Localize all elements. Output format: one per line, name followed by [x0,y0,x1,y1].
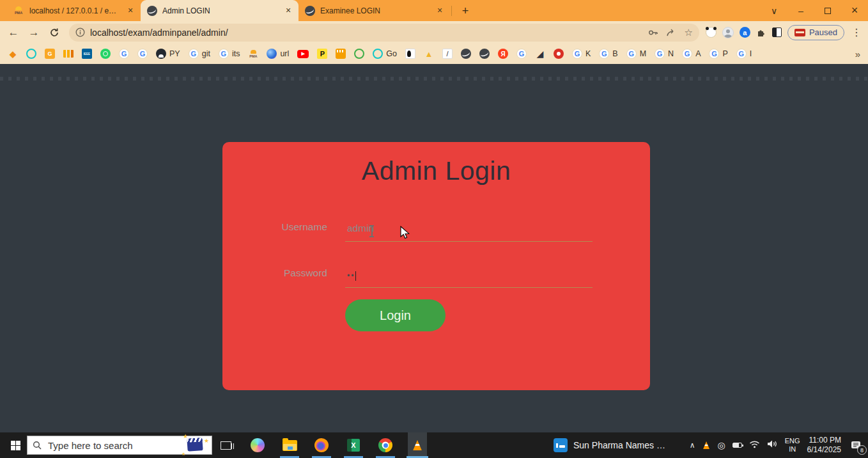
bookmark-pma[interactable]: PMA [248,49,258,59]
bookmarks-overflow-icon[interactable]: » [850,49,860,59]
bookmark-yandex[interactable]: Я [498,49,508,59]
taskbar-window-sun-pharma[interactable]: Sun Pharma Names K... [551,432,670,458]
contrast-extension-icon[interactable] [772,28,782,37]
minimize-button[interactable]: – [787,0,814,21]
extensions-puzzle-icon[interactable] [756,28,766,38]
tab-close-icon[interactable]: × [125,6,136,16]
bookmark-url-swirl[interactable]: url [267,49,289,59]
bookmark-google[interactable]: GK [572,49,591,59]
bookmark-google[interactable]: Gits [219,49,240,59]
search-highlight-icon[interactable]: ★ ★ ★ [185,436,206,454]
share-icon[interactable] [666,28,676,37]
url-text[interactable]: localhost/exam/adminpanel/admin/ [90,28,228,38]
bookmark-amber[interactable]: G [45,49,55,59]
bookmark-google[interactable]: GM [626,49,646,59]
capture-tray-icon[interactable]: ◎ [718,441,725,450]
address-bar[interactable]: localhost/exam/adminpanel/admin/ ☆ [69,24,699,42]
bookmark-movie[interactable] [336,49,346,59]
reload-button[interactable] [46,24,63,41]
tab-close-icon[interactable]: × [283,6,293,16]
taskbar-app-copilot[interactable] [248,432,267,458]
taskbar-app-explorer[interactable] [280,432,299,458]
bookmark-matlab[interactable]: ◢ [535,49,545,59]
reload-icon [49,28,59,38]
search-input[interactable] [47,439,180,452]
bookmark-youtube[interactable]: ▶ [297,50,309,58]
tab-close-icon[interactable]: × [435,6,445,16]
bookmark-label: A [695,49,701,58]
bookmark-google[interactable]: GI [736,49,752,59]
username-label: Username [251,221,327,233]
taskbar-app-excel[interactable]: X [344,432,363,458]
bookmark-google[interactable]: GN [655,49,674,59]
forward-button[interactable]: → [26,24,42,41]
bookmark-globe-dark[interactable] [479,49,490,59]
back-button[interactable]: ← [5,24,22,41]
google-icon: G [682,49,692,59]
volume-icon[interactable] [767,439,778,451]
tab-examinee-login[interactable]: Examinee LOGIN × [298,0,450,21]
wifi-icon[interactable] [749,439,760,451]
bookmark-google[interactable]: G [137,49,148,59]
bookmark-analytics[interactable] [63,50,74,58]
password-input[interactable]: •• [345,267,593,288]
bookmark-google[interactable]: Ggit [189,49,210,59]
site-info-icon[interactable] [75,28,85,37]
admin-login-card: Admin Login Username admin Password •• L… [222,142,650,390]
bookmark-figure[interactable]: / [442,49,453,59]
a-extension-icon[interactable]: a [740,27,750,38]
window-title: Sun Pharma Names K... [573,440,667,450]
bookmark-label: K [585,49,591,58]
restore-button[interactable] [814,0,841,21]
bookmark-godaddy[interactable]: Go [373,49,397,59]
bookmark-google[interactable]: G [516,49,527,59]
youtube-icon: ▶ [297,50,309,58]
bookmark-star-icon[interactable]: ☆ [684,27,692,38]
bookmark-green-ring[interactable] [354,49,364,59]
bookmark-github[interactable]: PY [156,49,180,59]
restore-icon [825,8,831,14]
panda-extension-icon[interactable] [706,27,717,38]
bookmark-google[interactable]: GA [682,49,701,59]
taskbar-app-vlc[interactable] [408,432,427,458]
bookmark-globe-dark[interactable] [461,49,471,59]
start-button[interactable] [5,432,26,458]
browser-menu-icon[interactable]: ⋮ [850,26,863,38]
bookmark-kite[interactable]: ◆ [8,49,18,59]
profile-avatar-icon[interactable] [722,27,734,38]
bookmark-label: N [668,49,674,58]
close-window-button[interactable]: × [841,0,868,21]
bookmark-google[interactable]: GB [599,49,617,59]
bookmark-eye[interactable] [554,49,564,59]
bookmark-p-yellow[interactable]: P [317,49,327,59]
password-key-icon[interactable] [648,29,658,36]
taskbar-app-firefox[interactable] [312,432,331,458]
tab-search-button[interactable]: ∨ [761,0,787,21]
download-paused-button[interactable]: Paused [787,25,844,40]
bookmark-penguin[interactable] [405,49,415,59]
bookmark-triangle[interactable]: ▲ [424,49,434,59]
windows-logo-icon [11,441,20,450]
tab-phpmyadmin[interactable]: PMA localhost / 127.0.0.1 / exam / exa × [6,0,141,21]
bookmark-whatsapp[interactable] [100,49,111,59]
vlc-tray-icon[interactable] [702,441,711,449]
bookmark-godaddy[interactable] [26,49,36,59]
notification-center-button[interactable]: 8 [848,437,865,454]
taskbar-app-taskview[interactable] [216,432,235,458]
login-button[interactable]: Login [345,299,446,331]
tab-admin-login[interactable]: Admin LOGIN × [141,0,298,21]
bookmark-google[interactable]: G [119,49,129,59]
taskbar-search[interactable]: ★ ★ ★ [27,436,212,455]
bookmark-label: B [612,49,617,58]
taskbar-app-chrome[interactable] [376,432,395,458]
username-input[interactable]: admin [345,221,593,242]
clock[interactable]: 11:00 PM 6/14/2025 [807,436,841,455]
clapperboard-icon [187,438,203,452]
bookmark-google[interactable]: GP [709,49,727,59]
language-indicator[interactable]: ENG IN [785,437,800,454]
new-tab-button[interactable]: + [457,3,474,19]
battery-icon[interactable] [732,443,742,448]
bookmark-ieee[interactable]: IEEE [82,49,92,59]
url-swirl-icon [267,49,277,59]
tray-expand-icon[interactable]: ∧ [690,441,695,450]
